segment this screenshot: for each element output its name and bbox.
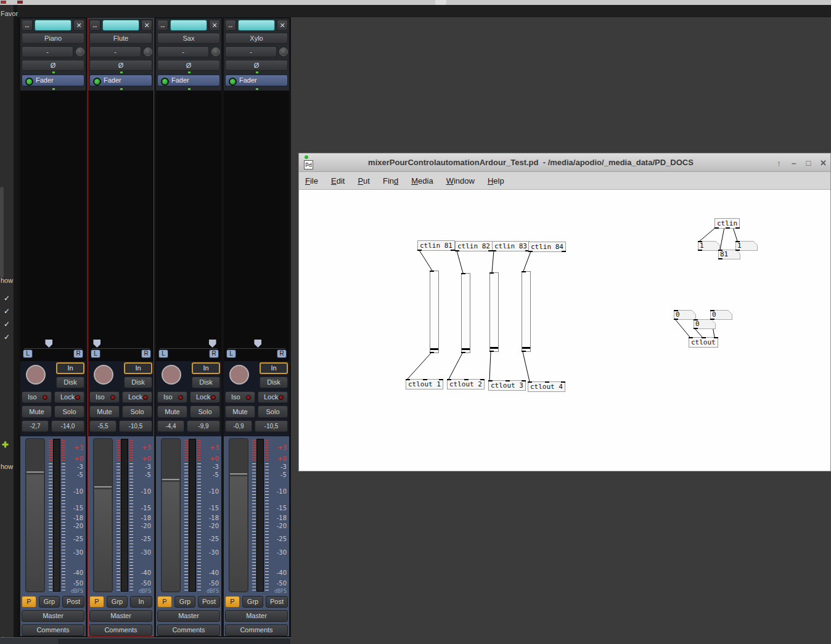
outlet-nub[interactable] bbox=[714, 227, 719, 229]
fader-processor-button[interactable]: Fader bbox=[89, 75, 152, 86]
metering-point-button[interactable]: Post bbox=[62, 596, 84, 608]
pan-position-marker[interactable] bbox=[254, 340, 261, 348]
inlet-nub[interactable] bbox=[702, 337, 706, 338]
inlet-nub[interactable] bbox=[406, 379, 410, 380]
strip-processor-box[interactable] bbox=[224, 91, 289, 361]
strip-width-button[interactable]: ↔ bbox=[89, 20, 100, 31]
pan-section[interactable]: LR bbox=[225, 338, 288, 360]
group-button[interactable]: Grp bbox=[242, 596, 263, 608]
vslider-3[interactable] bbox=[489, 272, 499, 352]
add-plus-icon[interactable]: ✚ bbox=[2, 440, 9, 449]
inlet-nub[interactable] bbox=[461, 273, 465, 274]
object-box-ctlout-3[interactable]: ctlout 3 bbox=[488, 380, 526, 391]
inlet-nub[interactable] bbox=[545, 381, 549, 383]
inlet-nub[interactable] bbox=[528, 381, 532, 383]
pan-section[interactable]: LR bbox=[89, 338, 152, 360]
metering-point-button[interactable]: Post bbox=[198, 596, 220, 608]
comments-button[interactable]: Comments bbox=[22, 624, 84, 636]
input-button[interactable]: In bbox=[260, 362, 288, 374]
menu-help[interactable]: Help bbox=[488, 176, 504, 185]
vslider-1[interactable] bbox=[430, 271, 439, 353]
menu-edit[interactable]: Edit bbox=[331, 176, 345, 185]
strip-color-bar[interactable] bbox=[102, 20, 139, 31]
strip-name-button[interactable]: Piano bbox=[22, 33, 84, 44]
vslider-handle[interactable] bbox=[430, 348, 438, 350]
solo-button[interactable]: Solo bbox=[54, 406, 84, 418]
trim-button[interactable]: - bbox=[89, 46, 141, 57]
metering-point-button[interactable]: In bbox=[130, 596, 152, 608]
trim-knob[interactable] bbox=[211, 47, 220, 56]
pre-post-button[interactable]: P bbox=[22, 596, 36, 608]
pan-right-button[interactable]: R bbox=[141, 349, 151, 358]
sidebar-checkmark[interactable]: ✓ bbox=[4, 294, 10, 303]
metering-point-button[interactable]: Post bbox=[266, 596, 288, 608]
pan-right-button[interactable]: R bbox=[73, 349, 83, 358]
object-box-ctlin-84[interactable]: ctlin 84 bbox=[528, 242, 566, 252]
trim-button[interactable]: - bbox=[225, 46, 277, 57]
minimize-button[interactable]: – bbox=[789, 158, 798, 168]
outlet-nub[interactable] bbox=[522, 351, 526, 352]
gain-fader[interactable] bbox=[93, 438, 113, 592]
isolate-button[interactable]: Iso bbox=[157, 391, 187, 403]
pan-position-marker[interactable] bbox=[93, 340, 100, 348]
fader-handle[interactable] bbox=[162, 479, 179, 480]
inlet-nub[interactable] bbox=[522, 380, 526, 381]
patch-cord[interactable] bbox=[419, 250, 432, 271]
fader-handle[interactable] bbox=[94, 486, 112, 487]
monitor-knob[interactable] bbox=[94, 365, 113, 385]
pan-left-button[interactable]: L bbox=[91, 349, 100, 358]
object-box-ctlin-83[interactable]: ctlin 83 bbox=[492, 241, 530, 251]
number-box-1[interactable]: 1 bbox=[698, 241, 720, 251]
monitor-knob[interactable] bbox=[229, 365, 249, 385]
mute-button[interactable]: Mute bbox=[225, 406, 255, 418]
strip-width-button[interactable]: ↔ bbox=[22, 20, 33, 31]
disk-button[interactable]: Disk bbox=[124, 377, 152, 388]
trim-knob[interactable] bbox=[144, 47, 152, 56]
inlet-nub[interactable] bbox=[464, 379, 469, 380]
shade-button[interactable]: ↑ bbox=[774, 158, 784, 168]
outlet-nub[interactable] bbox=[562, 251, 566, 252]
object-box-ctlin[interactable]: ctlin bbox=[714, 218, 740, 229]
pan-left-button[interactable]: L bbox=[226, 349, 236, 358]
inlet-nub[interactable] bbox=[430, 271, 434, 272]
strip-processor-box[interactable] bbox=[20, 91, 86, 361]
vslider-handle[interactable] bbox=[522, 347, 530, 349]
solo-button[interactable]: Solo bbox=[122, 406, 152, 418]
patch-cord[interactable] bbox=[720, 227, 724, 250]
inlet-nub[interactable] bbox=[689, 337, 693, 338]
patch-cord[interactable] bbox=[700, 227, 716, 241]
lock-button[interactable]: Lock bbox=[190, 391, 220, 403]
vslider-2[interactable] bbox=[461, 273, 470, 353]
strip-width-button[interactable]: ↔ bbox=[225, 20, 236, 31]
monitor-knob[interactable] bbox=[162, 365, 181, 385]
outlet-nub[interactable] bbox=[726, 227, 730, 229]
pan-right-button[interactable]: R bbox=[209, 349, 219, 358]
pre-post-button[interactable]: P bbox=[225, 596, 240, 608]
fader-processor-button[interactable]: Fader bbox=[157, 75, 220, 86]
patch-cord[interactable] bbox=[523, 352, 530, 381]
number-box-3[interactable]: 1 bbox=[735, 241, 758, 251]
outlet-nub[interactable] bbox=[694, 328, 698, 329]
pan-right-button[interactable]: R bbox=[277, 349, 287, 358]
inlet-nub[interactable] bbox=[480, 379, 485, 380]
output-master-button[interactable]: Master bbox=[157, 610, 220, 622]
inlet-nub[interactable] bbox=[718, 250, 723, 251]
trim-button[interactable]: - bbox=[22, 46, 73, 57]
strip-processor-box[interactable] bbox=[156, 91, 221, 361]
outlet-nub[interactable] bbox=[735, 250, 740, 251]
output-master-button[interactable]: Master bbox=[225, 610, 288, 622]
input-button[interactable]: In bbox=[192, 362, 220, 374]
polarity-button[interactable]: Ø bbox=[22, 60, 84, 71]
strip-color-bar[interactable] bbox=[238, 20, 275, 31]
inlet-nub[interactable] bbox=[447, 379, 451, 380]
gain-display[interactable]: -0,9 bbox=[225, 420, 252, 432]
pan-left-button[interactable]: L bbox=[158, 349, 168, 358]
mute-button[interactable]: Mute bbox=[89, 406, 120, 418]
output-master-button[interactable]: Master bbox=[22, 610, 84, 622]
patch-cord[interactable] bbox=[492, 251, 494, 272]
menu-window[interactable]: Window bbox=[446, 176, 475, 185]
gain-fader[interactable] bbox=[229, 438, 248, 592]
pd-titlebar[interactable]: Pd mixerPourControlautomationArdour_Test… bbox=[299, 153, 830, 172]
menu-find[interactable]: Find bbox=[383, 176, 398, 185]
disk-button[interactable]: Disk bbox=[260, 377, 288, 388]
